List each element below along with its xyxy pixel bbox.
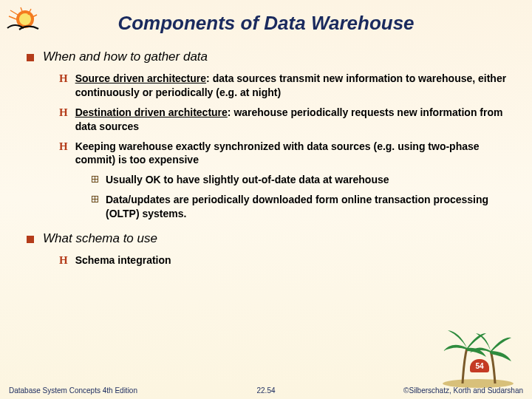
lvl2-text: Destination driven architecture: warehou… — [75, 106, 510, 134]
page-number-badge: 54 — [470, 359, 489, 372]
lvl3-text: Usually OK to have slightly out-of-date … — [106, 173, 389, 187]
script-h-icon: H — [59, 72, 68, 85]
square-bullet-icon — [27, 54, 34, 61]
sub-schema-integration: H Schema integration — [59, 253, 510, 267]
script-h-icon: H — [59, 253, 68, 267]
grid-box-icon — [92, 176, 98, 183]
bullet-when-how: When and how to gather data — [27, 50, 510, 64]
bullet-schema: What schema to use — [27, 231, 510, 246]
svg-point-1 — [19, 13, 31, 25]
lvl2-text: Schema integration — [75, 253, 171, 267]
lvl1-text: What schema to use — [43, 231, 157, 246]
lvl2-text: Keeping warehouse exactly synchronized w… — [75, 140, 510, 168]
script-h-icon: H — [59, 106, 68, 119]
square-bullet-icon — [27, 236, 34, 243]
underline-term: Destination driven architecture — [75, 106, 228, 118]
sub-source-driven: H Source driven architecture: data sourc… — [59, 72, 510, 100]
subsub-out-of-date: Usually OK to have slightly out-of-date … — [92, 173, 510, 187]
palm-corner-art — [437, 318, 519, 389]
grid-box-icon — [92, 196, 98, 202]
lvl3-text: Data/updates are periodically downloaded… — [106, 193, 510, 221]
lvl1-text: When and how to gather data — [43, 50, 208, 64]
subsub-oltp: Data/updates are periodically downloaded… — [92, 193, 510, 221]
underline-term: Source driven architecture — [75, 72, 206, 84]
lvl2-text: Source driven architecture: data sources… — [75, 72, 510, 100]
slide-body: When and how to gather data H Source dri… — [0, 41, 532, 267]
slide-title: Components of Data Warehouse — [0, 0, 532, 41]
footer-center: 22.54 — [256, 386, 275, 395]
script-h-icon: H — [59, 140, 68, 153]
footer-left: Database System Concepts 4th Edition — [9, 386, 137, 395]
sun-corner-art — [6, 6, 50, 43]
footer-right: ©Silberschatz, Korth and Sudarshan — [403, 386, 523, 395]
sub-destination-driven: H Destination driven architecture: wareh… — [59, 106, 510, 134]
slide-footer: Database System Concepts 4th Edition 22.… — [0, 386, 532, 395]
sub-synchronized: H Keeping warehouse exactly synchronized… — [59, 140, 510, 168]
